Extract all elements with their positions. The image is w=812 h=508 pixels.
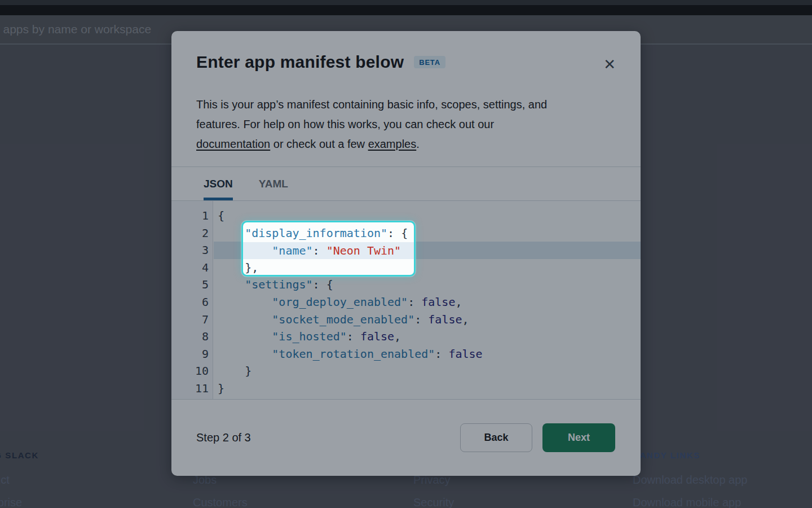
tab-json[interactable]: JSON	[204, 167, 233, 200]
code-content: }	[214, 380, 641, 397]
line-number: 3	[171, 242, 214, 259]
modal-title: Enter app manifest below	[196, 52, 404, 72]
code-token: "token_rotation_enabled"	[272, 347, 435, 361]
documentation-link[interactable]: documentation	[196, 138, 270, 150]
line-number: 6	[171, 294, 214, 311]
code-token: :	[408, 295, 421, 309]
footer-heading: USING SLACK	[0, 450, 39, 462]
code-token: false	[428, 313, 462, 326]
code-token	[218, 295, 272, 309]
description-text: .	[416, 138, 420, 150]
code-token: :	[347, 330, 360, 343]
code-token	[241, 244, 272, 257]
footer-link[interactable]: Enterprise	[0, 496, 39, 508]
next-button[interactable]: Next	[542, 423, 615, 452]
step-indicator: Step 2 of 3	[196, 431, 251, 444]
tab-bar: JSONYAML	[204, 167, 288, 200]
examples-link[interactable]: examples	[368, 138, 417, 150]
code-line: 7 "socket_mode_enabled": false,	[171, 311, 641, 329]
code-line: 11}	[171, 380, 641, 397]
code-token	[218, 330, 272, 343]
code-token: :	[414, 313, 428, 326]
code-token: }	[245, 364, 251, 378]
beta-badge: BETA	[414, 56, 445, 68]
description-text: features. For help on how this works, yo…	[196, 118, 494, 130]
code-token: "is_hosted"	[272, 330, 346, 343]
footer-link[interactable]: Product	[0, 474, 39, 487]
footer-link[interactable]: Download mobile app	[633, 496, 747, 508]
spotlight-code: "display_information": { "name": "Neon T…	[241, 225, 416, 277]
line-number: 1	[171, 207, 214, 225]
description-text: This is your app’s manifest containing b…	[196, 98, 547, 111]
code-token: false	[360, 330, 394, 343]
line-number: 4	[171, 259, 214, 277]
code-token: : {	[313, 278, 333, 291]
code-content: }	[214, 362, 641, 380]
code-line: 9 "token_rotation_enabled": false	[171, 345, 641, 363]
line-number: 8	[171, 328, 214, 345]
description-text: or check out a few	[270, 138, 368, 150]
code-token	[218, 313, 272, 326]
line-number: 2	[171, 225, 214, 242]
code-content: "token_rotation_enabled": false	[214, 345, 641, 363]
footer-link[interactable]: Customers	[193, 496, 248, 508]
code-token: "org_deploy_enabled"	[272, 295, 408, 309]
code-content: "is_hosted": false,	[214, 328, 641, 345]
spotlight-code-line: "name": "Neon Twin"	[241, 242, 416, 260]
code-token: ,	[455, 295, 462, 309]
code-line: 10 }	[171, 362, 641, 380]
footer-column: USING SLACKProductEnterprise	[0, 450, 39, 508]
modal-description: This is your app’s manifest containing b…	[196, 95, 625, 154]
code-token: ,	[462, 313, 469, 326]
code-token: }	[218, 382, 224, 395]
code-content: "socket_mode_enabled": false,	[214, 311, 641, 329]
line-number: 9	[171, 345, 214, 363]
code-content: "org_deploy_enabled": false,	[214, 294, 641, 311]
code-token: "display_information"	[245, 226, 387, 240]
code-token	[218, 278, 245, 291]
code-token: "socket_mode_enabled"	[272, 313, 414, 326]
line-number: 11	[171, 380, 214, 397]
code-token	[218, 347, 272, 361]
code-token	[218, 364, 245, 378]
top-nav-bar	[0, 0, 812, 15]
modal-footer: Step 2 of 3 Back Next	[171, 400, 641, 476]
footer-heading: HANDY LINKS	[633, 450, 747, 462]
footer-link[interactable]: Security	[413, 496, 454, 508]
close-icon[interactable]: ✕	[603, 57, 616, 72]
tab-yaml[interactable]: YAML	[259, 167, 288, 200]
code-token	[218, 226, 245, 240]
code-token: false	[448, 347, 482, 361]
code-token: "name"	[272, 244, 312, 257]
code-token: : {	[387, 226, 408, 240]
line-number: 10	[171, 362, 214, 380]
code-token: :	[435, 347, 448, 361]
spotlight-code-line: "display_information": {	[241, 225, 416, 242]
code-token: :	[313, 244, 326, 257]
code-token: {	[218, 209, 224, 222]
code-line: 8 "is_hosted": false,	[171, 328, 641, 345]
footer-buttons: Back Next	[460, 423, 615, 452]
line-number: 5	[171, 276, 214, 294]
code-line: 6 "org_deploy_enabled": false,	[171, 294, 641, 311]
code-token: },	[245, 261, 258, 274]
code-token	[218, 261, 245, 274]
back-button[interactable]: Back	[460, 423, 532, 452]
modal-header: Enter app manifest below BETA	[196, 52, 590, 72]
line-number: 7	[171, 311, 214, 329]
code-token: ,	[394, 330, 401, 343]
footer-link[interactable]: Download desktop app	[633, 474, 747, 487]
spotlight-highlight-box: "display_information": { "name": "Neon T…	[241, 221, 416, 277]
code-token: "Neon Twin"	[326, 244, 401, 257]
code-token: false	[421, 295, 455, 309]
search-placeholder: Filter apps by name or workspace	[0, 23, 151, 36]
code-line: 5 "settings": {	[171, 276, 641, 294]
spotlight-code-line: },	[241, 259, 416, 277]
code-content: "settings": {	[214, 276, 641, 294]
code-token: "settings"	[245, 278, 312, 291]
footer-column: HANDY LINKSDownload desktop appDownload …	[633, 450, 747, 508]
